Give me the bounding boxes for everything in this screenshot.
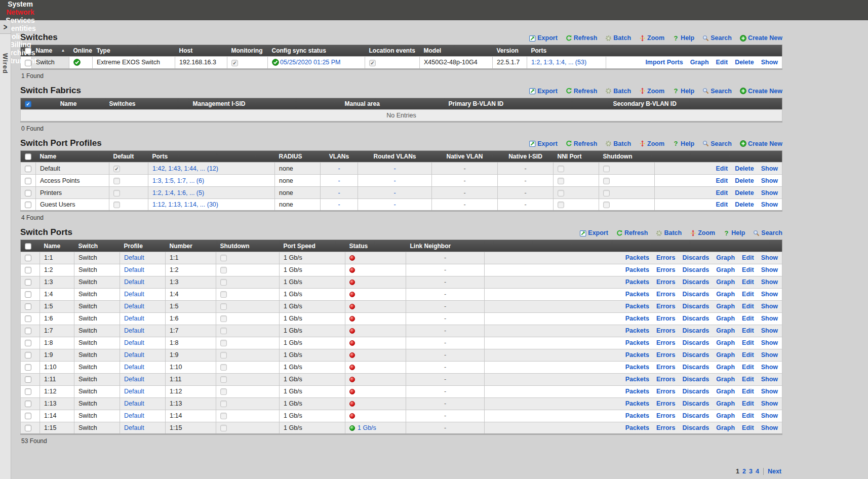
search-button[interactable]: Search	[702, 88, 732, 95]
shutdown-checkbox[interactable]	[220, 328, 227, 334]
port-profile-link[interactable]: Default	[124, 339, 144, 346]
errors-action-link[interactable]: Errors	[656, 339, 676, 346]
row-checkbox[interactable]	[25, 291, 31, 298]
shutdown-checkbox[interactable]	[603, 190, 610, 196]
show-action-link[interactable]: Show	[761, 254, 778, 261]
config-sync-link[interactable]: 05/25/2020 01:25 PM	[280, 59, 341, 66]
column-header-primary-bvlan[interactable]: Primary B-VLAN ID	[445, 98, 609, 109]
pagination-page-link[interactable]: 2	[742, 468, 746, 475]
select-all-checkbox[interactable]	[25, 48, 31, 54]
profile-ports-link[interactable]: 1:3, 1:5, 1:7, ... (6)	[152, 177, 204, 184]
column-header-ports[interactable]: Ports	[148, 150, 275, 162]
pagination-page-link[interactable]: 3	[749, 468, 753, 475]
show-action-link[interactable]: Show	[761, 291, 778, 298]
errors-action-link[interactable]: Errors	[656, 400, 676, 407]
column-header-profile[interactable]: Profile	[120, 240, 166, 252]
edit-action-link[interactable]: Edit	[742, 339, 754, 346]
discards-action-link[interactable]: Discards	[682, 339, 709, 346]
packets-action-link[interactable]: Packets	[625, 351, 649, 358]
column-header-type[interactable]: Type	[93, 45, 175, 57]
edit-action-link[interactable]: Edit	[742, 278, 754, 286]
show-action-link[interactable]: Show	[761, 412, 778, 419]
profile-ports-link[interactable]: 1:42, 1:43, 1:44, ... (12)	[152, 165, 218, 172]
column-header-shutdown[interactable]: Shutdown	[599, 150, 655, 162]
show-action-link[interactable]: Show	[761, 388, 778, 395]
row-checkbox[interactable]	[25, 255, 31, 261]
shutdown-checkbox[interactable]	[220, 267, 227, 273]
edit-action-link[interactable]: Edit	[742, 388, 754, 395]
graph-action-link[interactable]: Graph	[716, 303, 735, 310]
vlans-link[interactable]: -	[338, 177, 340, 184]
export-button[interactable]: Export	[580, 229, 608, 236]
port-profile-link[interactable]: Default	[124, 351, 144, 358]
vlans-link[interactable]: -	[338, 165, 340, 172]
shutdown-checkbox[interactable]	[220, 401, 227, 407]
graph-action-link[interactable]: Graph	[690, 59, 709, 66]
export-button[interactable]: Export	[529, 88, 558, 95]
shutdown-checkbox[interactable]	[220, 413, 227, 419]
discards-action-link[interactable]: Discards	[682, 327, 709, 334]
row-checkbox[interactable]	[25, 388, 31, 395]
edit-action-link[interactable]: Edit	[742, 376, 754, 383]
row-checkbox[interactable]	[25, 328, 31, 334]
edit-action-link[interactable]: Edit	[716, 189, 728, 196]
graph-action-link[interactable]: Graph	[716, 327, 735, 334]
delete-action-link[interactable]: Delete	[735, 189, 754, 196]
discards-action-link[interactable]: Discards	[682, 364, 709, 371]
graph-action-link[interactable]: Graph	[716, 388, 735, 395]
graph-action-link[interactable]: Graph	[716, 291, 735, 298]
shutdown-checkbox[interactable]	[220, 303, 227, 310]
discards-action-link[interactable]: Discards	[682, 400, 709, 407]
monitoring-checkbox[interactable]	[231, 60, 238, 66]
zoom-button[interactable]: Zoom	[690, 229, 715, 236]
switch-ports-link[interactable]: 1:2, 1:3, 1:4, ... (53)	[531, 59, 586, 66]
shutdown-checkbox[interactable]	[220, 376, 227, 383]
column-header-management-isid[interactable]: Management I-SID	[189, 98, 341, 109]
search-button[interactable]: Search	[702, 140, 732, 147]
show-action-link[interactable]: Show	[761, 201, 778, 208]
routed-vlans-link[interactable]: -	[393, 201, 396, 208]
search-button[interactable]: Search	[753, 229, 782, 236]
graph-action-link[interactable]: Graph	[716, 266, 735, 273]
status-speed-link[interactable]: 1 Gb/s	[358, 424, 376, 431]
discards-action-link[interactable]: Discards	[682, 351, 709, 358]
port-profile-link[interactable]: Default	[124, 315, 144, 322]
show-action-link[interactable]: Show	[761, 351, 778, 358]
nni-port-checkbox[interactable]	[558, 202, 564, 208]
batch-button[interactable]: Batch	[656, 229, 682, 236]
show-action-link[interactable]: Show	[761, 59, 778, 66]
discards-action-link[interactable]: Discards	[682, 278, 709, 286]
edit-action-link[interactable]: Edit	[742, 424, 754, 431]
row-checkbox[interactable]	[25, 303, 31, 310]
column-header-ports[interactable]: Ports	[527, 45, 606, 57]
profile-ports-link[interactable]: 1:12, 1:13, 1:14, ... (30)	[152, 201, 218, 208]
column-header-status[interactable]: Status	[345, 240, 406, 252]
packets-action-link[interactable]: Packets	[625, 327, 649, 334]
select-all-checkbox[interactable]	[25, 243, 31, 250]
errors-action-link[interactable]: Errors	[656, 388, 676, 395]
edit-action-link[interactable]: Edit	[716, 59, 728, 66]
show-action-link[interactable]: Show	[761, 165, 778, 172]
column-header-version[interactable]: Version	[493, 45, 527, 57]
packets-action-link[interactable]: Packets	[625, 291, 649, 298]
column-header-switches[interactable]: Switches	[105, 98, 189, 109]
port-profile-link[interactable]: Default	[124, 376, 144, 383]
edit-action-link[interactable]: Edit	[742, 254, 754, 261]
create-new-button[interactable]: Create New	[740, 88, 782, 95]
import-ports-action-link[interactable]: Import Ports	[645, 59, 683, 66]
discards-action-link[interactable]: Discards	[682, 376, 709, 383]
select-all-checkbox[interactable]	[25, 153, 31, 160]
row-checkbox[interactable]	[25, 315, 31, 322]
discards-action-link[interactable]: Discards	[682, 254, 709, 261]
delete-action-link[interactable]: Delete	[735, 165, 754, 172]
graph-action-link[interactable]: Graph	[716, 351, 735, 358]
column-header-native-vlan[interactable]: Native VLAN	[432, 150, 498, 162]
refresh-button[interactable]: Refresh	[616, 229, 648, 236]
show-action-link[interactable]: Show	[761, 376, 778, 383]
packets-action-link[interactable]: Packets	[625, 278, 649, 286]
packets-action-link[interactable]: Packets	[625, 315, 649, 322]
row-checkbox[interactable]	[25, 279, 31, 286]
packets-action-link[interactable]: Packets	[625, 388, 649, 395]
row-checkbox[interactable]	[25, 178, 31, 184]
edit-action-link[interactable]: Edit	[742, 315, 754, 322]
